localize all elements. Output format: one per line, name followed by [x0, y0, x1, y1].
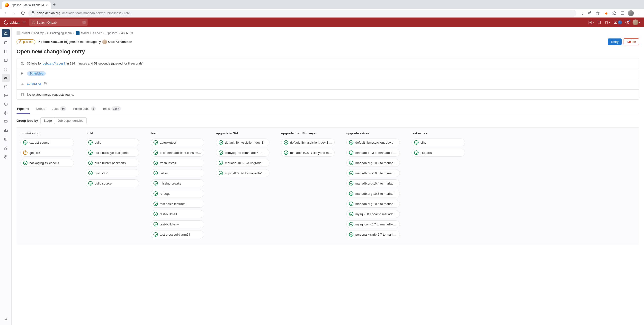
copy-icon[interactable]	[44, 82, 48, 86]
extensions-icon[interactable]	[612, 10, 617, 16]
menu-icon[interactable]: ⋮	[636, 10, 642, 16]
job-pill[interactable]: piuparts	[412, 149, 465, 157]
retry-button[interactable]: Retry	[608, 39, 622, 45]
zoom-icon[interactable]	[578, 10, 584, 16]
sidebar-collapse[interactable]	[2, 315, 10, 323]
job-pill[interactable]: default-libmysqlclient-dev upgrade in Bu…	[346, 139, 400, 146]
sidebar-issues[interactable]	[2, 57, 10, 64]
job-pill[interactable]: mariadb.org-10.4 to mariadb-10.6 upgrade	[346, 179, 400, 187]
url-bar[interactable]: salsa.debian.org/mariadb-team/mariadb-se…	[28, 10, 576, 17]
search-input[interactable]: Search GitLab /	[29, 19, 88, 26]
job-pill[interactable]: test-build-all	[151, 210, 204, 218]
passed-icon	[349, 150, 353, 155]
job-pill[interactable]: fresh install	[151, 159, 204, 167]
job-pill[interactable]: mysql-8.0 Sid to mariadb-10.6 upgrade	[216, 169, 270, 177]
panel-icon[interactable]	[620, 10, 626, 16]
sidebar-deployments[interactable]	[2, 92, 10, 99]
forward-button[interactable]	[11, 10, 18, 17]
plus-dropdown[interactable]: ▾	[588, 21, 594, 24]
job-pill[interactable]: autopkgtest	[151, 139, 204, 146]
share-icon[interactable]	[586, 10, 592, 16]
job-pill[interactable]: rc-bugs	[151, 190, 204, 197]
hamburger-icon[interactable]	[22, 20, 26, 25]
job-pill[interactable]: mariadb.org-10.5 to mariadb-10.6 upgrade	[346, 190, 400, 197]
sidebar-merge-requests[interactable]	[2, 65, 10, 73]
passed-icon	[349, 140, 353, 145]
author-avatar[interactable]	[102, 40, 107, 44]
job-pill[interactable]: packaging-fix-checks	[20, 159, 74, 167]
close-icon[interactable]: ×	[46, 3, 48, 7]
sidebar-wiki[interactable]	[2, 135, 10, 143]
job-pill[interactable]: test-crossbuild-arm64	[151, 230, 204, 238]
tab-failed-jobs[interactable]: Failed Jobs1	[73, 104, 96, 114]
reload-button[interactable]	[20, 10, 26, 17]
tab-tests[interactable]: Tests1187	[102, 104, 121, 114]
issues-icon[interactable]	[597, 21, 601, 24]
job-pill[interactable]: mysql.com-5.7 to mariadb-10.6 upgrade in…	[346, 220, 400, 228]
delete-button[interactable]: Delete	[624, 39, 639, 45]
job-pill[interactable]: build i386	[86, 169, 139, 177]
tab-jobs[interactable]: Jobs36	[51, 104, 67, 114]
job-pill[interactable]: mariadb.org-10.2 to mariadb-10.6 upgrade	[346, 159, 400, 167]
job-pill[interactable]: mariadb.org-10.6 to mariadb-10.6 upgrade	[346, 200, 400, 208]
browser-tab[interactable]: Pipeline · MariaDB and M ×	[2, 2, 50, 9]
sidebar-monitor[interactable]	[2, 118, 10, 126]
sidebar-repository[interactable]	[2, 48, 10, 56]
commit-sha[interactable]: a7386fbd	[27, 83, 41, 86]
sidebar-cicd[interactable]	[2, 74, 10, 82]
sidebar-project-info[interactable]	[2, 39, 10, 47]
branch-link[interactable]: debian/latest	[42, 62, 66, 65]
job-pill[interactable]: mariadb-10.5 Bullseye to mariadb-10.6 up…	[281, 149, 335, 157]
sidebar-packages[interactable]	[2, 100, 10, 108]
job-pill[interactable]: build bullseye-backports	[86, 149, 139, 157]
merge-requests-icon[interactable]: ▾	[604, 21, 610, 24]
job-pill[interactable]: mariadb.org-10.3 to mariadb-10.6 upgrade	[346, 169, 400, 177]
project-avatar[interactable]	[2, 29, 10, 37]
job-pill[interactable]: mariadb-10.6 Sid upgrade	[216, 159, 270, 167]
job-name: mysql-8.0 Focal to mariadb-10.6 upgrade …	[355, 212, 397, 216]
group-by-stage[interactable]: Stage	[40, 117, 55, 124]
sidebar-snippets[interactable]	[2, 144, 10, 152]
user-menu[interactable]: ▾	[632, 20, 640, 25]
extension-icon-1[interactable]: ◆	[603, 10, 609, 16]
job-pill[interactable]: mariadb-10.3 to mariadb-10.6 upgrade in …	[346, 149, 400, 157]
breadcrumb-section[interactable]: Pipelines	[106, 32, 118, 35]
job-pill[interactable]: mysql-8.0 Focal to mariadb-10.6 upgrade …	[346, 210, 400, 218]
author-name[interactable]: Otto Kekäläinen	[108, 40, 132, 44]
status-badge[interactable]: passed	[16, 40, 35, 44]
job-pill[interactable]: missing-breaks	[151, 179, 204, 187]
bookmark-icon[interactable]	[595, 10, 601, 16]
breadcrumb-group[interactable]: MariaDB and MySQL Packaging Team	[22, 32, 72, 35]
job-pill[interactable]: build source	[86, 179, 139, 187]
tab-needs[interactable]: Needs	[36, 104, 46, 114]
passed-icon	[349, 212, 353, 216]
job-pill[interactable]: build mariadbclient consumer Python-MySQ…	[151, 149, 204, 157]
help-icon[interactable]	[625, 21, 629, 24]
group-by-deps[interactable]: Job dependencies	[55, 118, 86, 124]
debian-logo[interactable]: debian	[4, 20, 20, 25]
job-pill[interactable]: libmysql* to libmariadb* upgrade	[216, 149, 270, 157]
back-button[interactable]	[2, 10, 9, 17]
breadcrumb-project[interactable]: MariaDB Server	[81, 32, 102, 35]
sidebar-settings[interactable]	[2, 153, 10, 161]
job-pill[interactable]: extract-source	[20, 139, 74, 146]
sidebar-analytics[interactable]	[2, 127, 10, 134]
job-pill[interactable]: build	[86, 139, 139, 146]
job-name: mariadb.org-10.6 to mariadb-10.6 upgrade	[355, 202, 397, 206]
job-pill[interactable]: build buster-backports	[86, 159, 139, 167]
job-pill[interactable]: lintian	[151, 169, 204, 177]
job-pill[interactable]: test basic features	[151, 200, 204, 208]
job-pill[interactable]: gnitpick	[20, 149, 74, 157]
job-pill[interactable]: percona-xtradb-5.7 to mariadb-10.6 upgra…	[346, 230, 400, 238]
profile-avatar[interactable]	[628, 10, 634, 16]
tab-pipeline[interactable]: Pipeline	[16, 104, 30, 114]
sidebar-infrastructure[interactable]	[2, 109, 10, 117]
new-tab-button[interactable]: +	[50, 1, 58, 9]
passed-icon	[414, 140, 418, 145]
job-pill[interactable]: default-libmysqlclient-dev Sid upgrade	[216, 139, 270, 146]
job-pill[interactable]: default-libmysqlclient-dev Bullseye upgr…	[281, 139, 335, 146]
job-pill[interactable]: test-build-any	[151, 220, 204, 228]
sidebar-security[interactable]	[2, 83, 10, 91]
todos-icon[interactable]: 2	[614, 21, 622, 24]
job-pill[interactable]: blhc	[412, 139, 465, 146]
